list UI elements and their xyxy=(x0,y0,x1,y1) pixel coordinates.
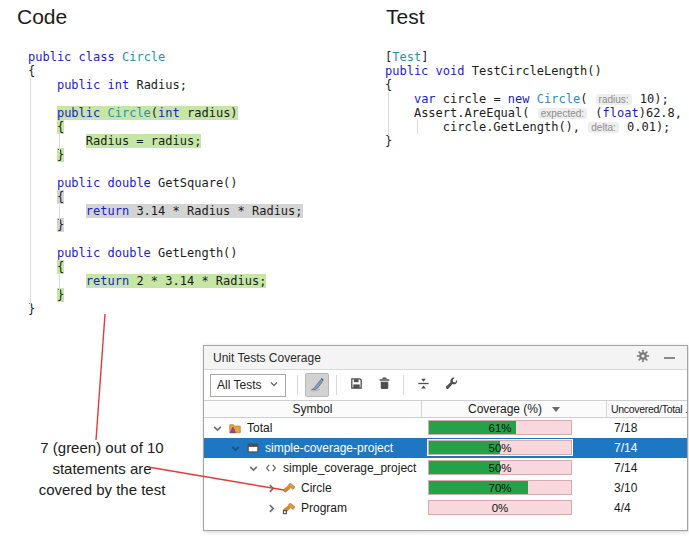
all-tests-dropdown-value: All Tests xyxy=(217,378,261,392)
table-row[interactable]: simple_coverage_project50%7/14 xyxy=(204,458,687,478)
symbol-cell: simple-coverage-project xyxy=(204,438,422,458)
symbol-label: Program xyxy=(301,501,347,515)
code-token: 0.01); xyxy=(620,120,671,134)
annotation-line: covered by the test xyxy=(12,479,192,500)
code-line: } xyxy=(385,134,682,148)
symbol-cell: Total xyxy=(204,418,422,438)
save-snapshot-button[interactable] xyxy=(344,373,368,397)
code-token: { xyxy=(57,260,64,274)
solution-icon xyxy=(228,421,242,435)
save-icon xyxy=(349,376,364,394)
code-line: public class Circle xyxy=(28,50,303,64)
code-token xyxy=(100,246,107,260)
expand-chevron-icon[interactable] xyxy=(211,422,223,434)
code-token xyxy=(115,50,122,64)
code-token: ( xyxy=(580,92,594,106)
code-token: Circle xyxy=(537,92,580,106)
highlight-coverage-button[interactable] xyxy=(305,373,329,397)
uncovered-total-cell: 7/18 xyxy=(607,421,687,435)
expand-chevron-icon[interactable] xyxy=(265,502,277,514)
code-token: circle = xyxy=(436,92,508,106)
indent-guide xyxy=(59,133,60,152)
coverage-highlight-covered: return 2 * 3.14 * Radius; xyxy=(86,274,267,288)
table-row[interactable]: Total61%7/18 xyxy=(204,418,687,438)
minimize-icon xyxy=(664,357,675,359)
delete-snapshot-button[interactable] xyxy=(372,373,396,397)
sort-desc-icon xyxy=(552,407,560,412)
code-token: { xyxy=(28,64,35,78)
table-row[interactable]: Program0%4/4 xyxy=(204,498,687,518)
test-code-snippet: [Test]public void TestCircleLength(){ va… xyxy=(385,50,682,148)
code-line: public double GetSquare() xyxy=(28,176,303,190)
code-token: GetSquare() xyxy=(151,176,238,190)
uncovered-total-cell: 7/14 xyxy=(607,441,687,455)
column-header-coverage[interactable]: Coverage (%) xyxy=(422,401,607,417)
code-token: } xyxy=(57,148,64,162)
expand-chevron-icon[interactable] xyxy=(265,482,277,494)
code-token: Circle xyxy=(122,50,165,64)
code-token: Circle xyxy=(108,106,151,120)
uncovered-total-cell: 3/10 xyxy=(607,481,687,495)
column-header-symbol[interactable]: Symbol xyxy=(204,401,422,417)
code-token: { xyxy=(57,190,64,204)
coverage-cell: 50% xyxy=(422,458,607,478)
settings-button[interactable] xyxy=(634,349,652,367)
expand-chevron-icon[interactable] xyxy=(229,442,241,454)
column-header-uncovered-total[interactable]: Uncovered/Total ... xyxy=(607,401,687,417)
table-row[interactable]: simple-coverage-project50%7/14 xyxy=(204,438,687,458)
minimize-button[interactable] xyxy=(660,349,678,367)
toolbar-buttons xyxy=(292,373,465,397)
coverage-percent-label: 50% xyxy=(429,441,571,454)
code-line: } xyxy=(28,302,303,316)
code-token: float xyxy=(603,106,639,120)
code-line: public double GetLength() xyxy=(28,246,303,260)
symbol-label: simple_coverage_project xyxy=(283,461,416,475)
coverage-cell: 0% xyxy=(422,498,607,518)
coverage-bar: 50% xyxy=(428,440,572,455)
code-line: return 2 * 3.14 * Radius; xyxy=(28,274,303,288)
coverage-highlight-uncovered: { xyxy=(57,190,64,204)
code-token: public xyxy=(28,50,71,64)
code-line: public Circle(int radius) xyxy=(28,106,303,120)
code-line: [Test] xyxy=(385,50,682,64)
code-line: return 3.14 * Radius * Radius; xyxy=(28,204,303,218)
code-token xyxy=(100,106,107,120)
indent-guide xyxy=(417,120,418,134)
code-line: } xyxy=(28,148,303,162)
code-token: Assert.AreEqual( xyxy=(414,106,537,120)
coverage-percent-label: 50% xyxy=(429,461,571,474)
coverage-percent-label: 70% xyxy=(429,481,571,494)
coverage-percent-label: 0% xyxy=(429,501,571,514)
code-token xyxy=(428,64,435,78)
code-token: int xyxy=(108,78,130,92)
chevron-down-icon xyxy=(269,378,279,392)
uncovered-total-cell: 7/14 xyxy=(607,461,687,475)
code-token: Test xyxy=(392,50,421,64)
collapse-icon xyxy=(416,376,431,394)
expand-chevron-icon[interactable] xyxy=(247,462,259,474)
symbol-cell: Program xyxy=(204,498,422,518)
parameter-hint: radius: xyxy=(596,94,632,105)
collapse-all-button[interactable] xyxy=(411,373,435,397)
indent-guide xyxy=(59,273,60,292)
all-tests-dropdown[interactable]: All Tests xyxy=(210,374,286,397)
code-token: ( xyxy=(151,106,158,120)
uncovered-total-cell: 4/4 xyxy=(607,501,687,515)
code-line: { xyxy=(28,64,303,78)
code-line: var circle = new Circle( radius: 10); xyxy=(385,92,682,106)
coverage-percent-label: 61% xyxy=(429,421,571,434)
options-button[interactable] xyxy=(439,373,463,397)
code-line xyxy=(28,232,303,246)
code-token: var xyxy=(414,92,436,106)
code-token: public xyxy=(57,176,100,190)
code-token: public xyxy=(385,64,428,78)
code-token: public xyxy=(57,246,100,260)
code-token: } xyxy=(385,134,392,148)
coverage-bar: 50% xyxy=(428,460,572,475)
code-line: Radius = radius; xyxy=(28,134,303,148)
project-icon xyxy=(246,441,260,455)
coverage-highlight-covered: { xyxy=(57,120,64,134)
code-token: } xyxy=(57,288,64,302)
code-token: radius) xyxy=(180,106,238,120)
table-row[interactable]: Circle70%3/10 xyxy=(204,478,687,498)
